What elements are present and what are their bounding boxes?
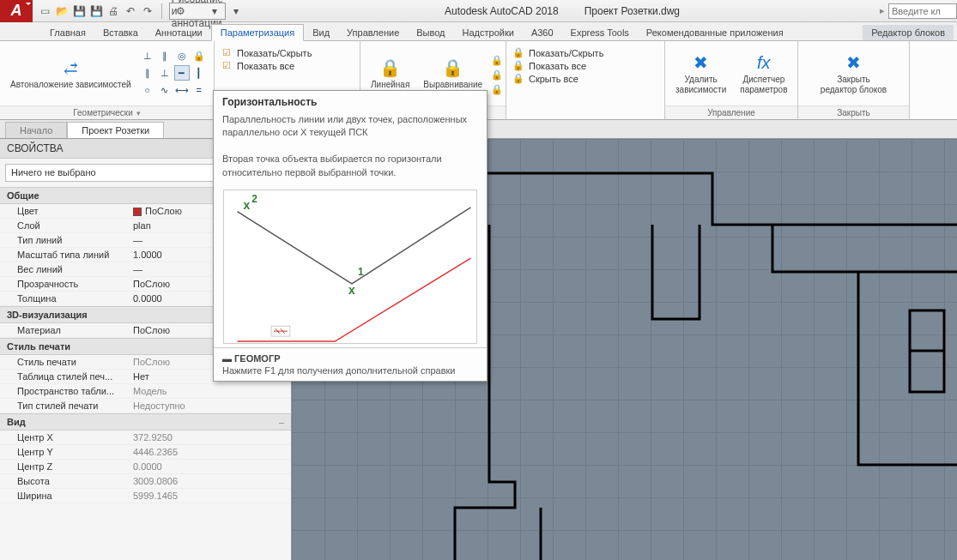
aligned-dim-button[interactable]: 🔒 Выравнивание [418,54,488,92]
tab-insert[interactable]: Вставка [94,25,147,40]
workspace-dropdown[interactable]: ⚙ Рисование и аннотации ▾ [169,3,226,20]
tooltip-desc1: Параллельность линии или двух точек, рас… [222,113,478,140]
tooltip-command: ГЕОМОГР [234,353,280,364]
prop-centerz: 0.0000 [133,461,291,472]
parameters-manager-button[interactable]: fx Диспетчер параметров [735,49,792,97]
linear-dim-icon: 🔒 [377,56,404,80]
fix-icon[interactable]: 🔒 [191,48,207,63]
auto-constrain-icon: ⥄ [57,56,84,80]
show-hide-icon: ☑ [220,47,233,58]
delete-constraints-button[interactable]: ✖ Удалить зависимости [670,49,731,97]
show-all-btn[interactable]: ☑Показать все [220,59,354,72]
tab-view[interactable]: Вид [304,25,338,40]
prop-centery: 4446.2365 [133,447,291,457]
dim-show-hide-btn[interactable]: 🔒Показать/Скрыть [512,46,659,59]
tab-addins[interactable]: Надстройки [454,25,523,40]
coincident-icon[interactable]: ⊥ [140,48,155,63]
linear-dim-button[interactable]: 🔒 Линейная [366,54,415,92]
prop-width: 5999.1465 [133,491,291,501]
smooth-icon[interactable]: ∿ [157,82,173,98]
qat-more-icon[interactable]: ▾ [229,4,243,18]
colinear-icon[interactable]: ∥ [157,48,173,63]
tab-annotate[interactable]: Аннотации [147,25,211,40]
prop-height: 3009.0806 [133,476,291,486]
file-tab-project[interactable]: Проект Розетки [67,122,164,138]
file-tab-start[interactable]: Начало [5,122,67,138]
horizontal-icon[interactable]: ━ [174,65,190,81]
auto-constrain-button[interactable]: ⥄ Автоналожение зависимостей [5,54,136,92]
show-all-icon: ☑ [220,60,233,71]
show-hide-btn[interactable]: ☑Показать/Скрыть [220,46,354,59]
app-title: Autodesk AutoCAD 2018 [445,5,559,17]
prop-centerx: 372.9250 [133,432,291,443]
tab-manage[interactable]: Управление [338,25,408,40]
file-title: Проект Розетки.dwg [584,5,680,17]
equal-icon[interactable]: = [191,82,207,98]
ribbon-tab-bar: Главная Вставка Аннотации Параметризация… [0,22,957,41]
tangent-icon[interactable]: ○ [140,82,155,98]
tab-output[interactable]: Вывод [408,25,453,40]
open-icon[interactable]: 📂 [55,4,69,18]
tab-block-editor[interactable]: Редактор блоков [863,25,954,40]
app-menu-button[interactable]: A [0,0,33,22]
dim-show-all-icon: 🔒 [512,60,525,71]
title-bar: A ▭ 📂 💾 💾 🖨 ↶ ↷ ⚙ Рисование и аннотации … [0,0,957,22]
dim-small-1[interactable]: 🔒 [491,55,503,66]
tooltip-title: Горизонтальность [214,91,487,113]
save-icon[interactable]: 💾 [72,4,86,18]
command-icon: ▬ [222,353,234,364]
workspace-label: Рисование и аннотации [191,4,204,18]
svg-text:1: 1 [358,266,364,278]
redo-icon[interactable]: ↷ [141,4,154,18]
svg-text:x: x [243,198,250,212]
close-icon: ✖ [840,51,868,75]
vertical-icon[interactable]: ┃ [191,65,207,81]
dim-small-3[interactable]: 🔒 [491,84,503,95]
panel-close-title: Закрыть [798,105,909,119]
tab-a360[interactable]: A360 [523,25,562,40]
auto-constrain-label: Автоналожение зависимостей [10,80,131,90]
panel-geometric-title[interactable]: Геометрически [0,105,214,119]
quick-access-toolbar: ▭ 📂 💾 💾 🖨 ↶ ↷ ⚙ Рисование и аннотации ▾ … [33,3,248,20]
dim-hide-all-icon: 🔒 [512,73,525,84]
tab-home[interactable]: Главная [41,25,94,40]
concentric-icon[interactable]: ◎ [174,48,190,63]
tab-featured[interactable]: Рекомендованные приложения [638,25,792,40]
saveas-icon[interactable]: 💾 [89,4,103,18]
tooltip-desc2: Вторая точка объекта выбирается по гориз… [222,153,478,179]
delete-constraints-icon: ✖ [687,51,715,75]
dim-hide-all-btn[interactable]: 🔒Скрыть все [512,72,659,85]
undo-icon[interactable]: ↶ [124,4,137,18]
keyword-search-input[interactable] [888,3,957,19]
aligned-dim-icon: 🔒 [439,56,467,80]
constraint-grid: ⊥ ∥ ◎ 🔒 ∥ ⊥ ━ ┃ ○ ∿ ⟷ = [140,48,207,98]
tooltip-illustration: x 2 x 1 [223,190,477,344]
prop-plotspace: Модель [133,386,291,396]
panel-manage-title: Управление [665,105,797,119]
tab-express[interactable]: Express Tools [562,25,638,40]
svg-text:x: x [348,283,355,297]
close-block-editor-button[interactable]: ✖ Закрыть редактор блоков [815,49,892,97]
tooltip-popup: Горизонтальность Параллельность линии ил… [213,90,488,382]
dim-show-hide-icon: 🔒 [512,47,525,58]
tooltip-help: Нажмите F1 для получения дополнительной … [222,365,478,376]
print-icon[interactable]: 🖨 [106,4,120,18]
perpendicular-icon[interactable]: ⊥ [157,65,173,81]
group-view[interactable]: Вид [0,413,291,431]
prop-plottypes: Недоступно [133,400,291,411]
svg-text:2: 2 [251,193,257,205]
dim-show-all-btn[interactable]: 🔒Показать все [512,59,659,72]
tab-parametric[interactable]: Параметризация [211,24,304,41]
fx-icon: fx [750,51,778,75]
symmetric-icon[interactable]: ⟷ [174,82,190,98]
new-icon[interactable]: ▭ [38,4,51,18]
parallel-icon[interactable]: ∥ [140,65,155,81]
dim-small-2[interactable]: 🔒 [491,69,503,81]
